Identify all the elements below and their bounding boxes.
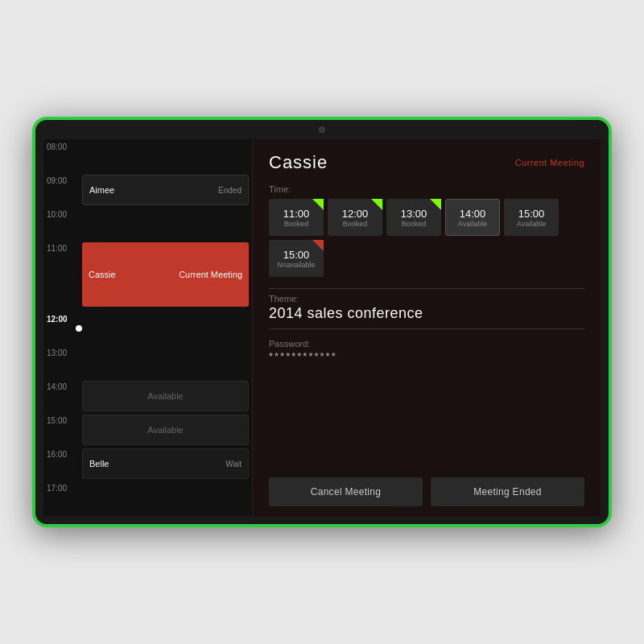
corner-badge-1200 [371, 199, 382, 210]
corner-badge-red-1500 [312, 240, 324, 251]
time-label-1800: 18:00 [43, 514, 79, 516]
time-slot-1400[interactable]: 14:00 Available [445, 199, 500, 236]
time-row-1600: 16:00 Belle Wait [43, 447, 252, 481]
current-time-dot [76, 325, 82, 332]
rp-time-label: Time: [269, 184, 584, 194]
rp-actions: Cancel Meeting Meeting Ended [269, 469, 584, 506]
time-label-1100: 11:00 [43, 241, 79, 312]
corner-badge-1100 [312, 199, 324, 210]
rp-theme-label: Theme: [269, 294, 584, 303]
booking-status-belle: Wait [225, 460, 242, 469]
ts-time-1500b: 15:00 [283, 249, 310, 261]
ts-status-1300: Booked [402, 220, 427, 228]
time-content-0800 [79, 139, 252, 173]
time-content-1600: Belle Wait [79, 447, 252, 481]
time-label-1700: 17:00 [43, 481, 79, 514]
booking-name-aimee: Aimee [89, 185, 114, 195]
ts-status-1500a: Available [517, 220, 546, 228]
time-row-1500: 15:00 Available [43, 413, 252, 447]
rp-divider-1 [269, 288, 584, 289]
rp-name: Cassie [269, 152, 328, 173]
time-row-1700: 17:00 [43, 481, 252, 514]
time-content-1400: Available [79, 379, 252, 413]
time-label-1500: 15:00 [43, 413, 79, 447]
rp-password-value: ************ [269, 350, 584, 362]
booking-available-1400[interactable]: Available [82, 381, 249, 411]
time-content-1000 [79, 207, 252, 241]
rp-current-badge: Current Meeting [515, 158, 584, 167]
ts-time-1500a: 15:00 [518, 208, 545, 220]
time-row-0900: 09:00 Aimee Ended [43, 173, 252, 207]
time-label-1600: 16:00 [43, 447, 79, 481]
time-row-1300: 13:00 [43, 345, 252, 379]
rp-header: Cassie Current Meeting [269, 152, 584, 173]
booking-name-available-1400: Available [147, 391, 183, 401]
ts-time-1400: 14:00 [460, 208, 486, 220]
ts-time-1200: 12:00 [342, 208, 369, 220]
cancel-meeting-button[interactable]: Cancel Meeting [269, 477, 423, 506]
booking-aimee[interactable]: Aimee Ended [82, 175, 249, 205]
screen: 08:00 09:00 Aimee Ended 10:00 [43, 139, 601, 516]
right-panel: Cassie Current Meeting Time: 11:00 Booke… [253, 139, 601, 516]
booking-name-available-1500: Available [147, 425, 183, 435]
time-row-0800: 08:00 [43, 139, 252, 173]
rp-password-label: Password: [269, 339, 584, 349]
time-slot-1100[interactable]: 11:00 Booked [269, 199, 324, 236]
time-slot-1300[interactable]: 13:00 Booked [386, 199, 441, 236]
booking-name-belle: Belle [89, 459, 109, 469]
time-content-1500: Available [79, 413, 252, 447]
time-content-1100: Cassie Current Meeting [79, 241, 252, 312]
booking-available-1500[interactable]: Available [82, 415, 249, 445]
booking-cassie[interactable]: Cassie Current Meeting [82, 242, 249, 307]
time-row-1100: 11:00 Cassie Current Meeting [43, 241, 252, 312]
time-row-1800: 18:00 Jasmine Wait [43, 514, 252, 516]
corner-badge-1300 [430, 199, 441, 210]
time-row-1000: 10:00 [43, 207, 252, 241]
tablet: 08:00 09:00 Aimee Ended 10:00 [32, 117, 612, 527]
time-slot-1500a[interactable]: 15:00 Available [504, 199, 559, 236]
ts-status-1400: Available [458, 220, 487, 228]
time-slot-1200[interactable]: 12:00 Booked [328, 199, 382, 236]
booking-name-cassie: Cassie [89, 270, 116, 279]
meeting-ended-button[interactable]: Meeting Ended [431, 477, 584, 506]
time-content-1800: Jasmine Wait [79, 514, 252, 516]
time-slots-grid: 11:00 Booked 12:00 Booked 13:00 Booked [269, 199, 584, 277]
time-content-1200 [79, 312, 252, 345]
time-label-1000: 10:00 [43, 207, 79, 241]
time-label-1400: 14:00 [43, 379, 79, 413]
time-label-0900: 09:00 [43, 173, 79, 207]
rp-theme-value: 2014 sales conference [269, 305, 584, 322]
time-content-0900: Aimee Ended [79, 173, 252, 207]
timeline: 08:00 09:00 Aimee Ended 10:00 [43, 139, 252, 516]
time-slot-1500b[interactable]: 15:00 Nnavailable [269, 240, 324, 277]
time-label-1200: 12:00 [43, 312, 79, 345]
ts-time-1100: 11:00 [283, 208, 310, 220]
ts-status-1100: Booked [284, 220, 309, 228]
time-label-1300: 13:00 [43, 345, 79, 379]
booking-status-aimee: Ended [218, 186, 242, 195]
ts-time-1300: 13:00 [401, 208, 427, 220]
time-content-1300 [79, 345, 252, 379]
time-content-1700 [79, 481, 252, 514]
booking-status-cassie: Current Meeting [179, 270, 242, 279]
time-row-1200: 12:00 [43, 312, 252, 345]
booking-belle[interactable]: Belle Wait [82, 448, 249, 479]
ts-status-1500b: Nnavailable [277, 261, 315, 269]
rp-divider-2 [269, 328, 584, 329]
time-row-1400: 14:00 Available [43, 379, 252, 413]
time-label-0800: 08:00 [43, 139, 79, 173]
camera [319, 126, 325, 133]
left-panel: 08:00 09:00 Aimee Ended 10:00 [43, 139, 253, 516]
ts-status-1200: Booked [343, 220, 368, 228]
